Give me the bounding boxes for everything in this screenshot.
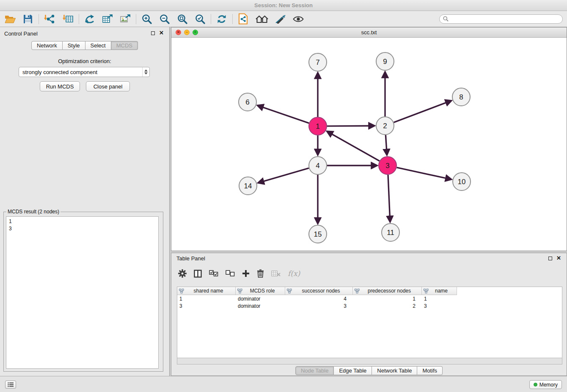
graph-edge[interactable] [397, 168, 447, 179]
tab-motifs[interactable]: Motifs [417, 366, 443, 375]
graph-edge[interactable] [388, 175, 390, 217]
graph-node[interactable]: 7 [309, 53, 327, 71]
close-panel-button[interactable]: Close panel [86, 81, 130, 91]
graph-edge[interactable] [385, 135, 386, 150]
graph-node[interactable]: 8 [452, 88, 470, 106]
table-row[interactable]: 1dominator411 [177, 295, 562, 302]
column-header[interactable]: MCDS role [236, 287, 285, 295]
table-cell[interactable]: 3 [177, 303, 236, 309]
mcds-result-list[interactable]: 1 3 [6, 216, 159, 369]
graph-node[interactable]: 2 [376, 117, 394, 135]
graph-node[interactable]: 4 [309, 157, 327, 174]
minimize-window-icon[interactable]: − [184, 30, 190, 35]
open-folder-icon[interactable] [3, 12, 17, 26]
export-image-glyph [120, 14, 131, 24]
table-cell[interactable]: 1 [177, 296, 236, 302]
search-input[interactable] [451, 16, 559, 22]
close-table-panel-icon[interactable]: ✕ [556, 255, 561, 261]
toolbar-separator [232, 14, 233, 24]
graph-node[interactable]: 3 [379, 157, 396, 174]
export-image-icon[interactable] [118, 12, 132, 26]
zoom-out-glyph [159, 14, 170, 25]
graph-node-label: 11 [387, 229, 394, 237]
graph-node[interactable]: 6 [239, 93, 256, 111]
graph-edge[interactable] [331, 134, 379, 161]
graph-node[interactable]: 9 [376, 52, 394, 70]
optimization-criterion-select[interactable]: strongly connected component [19, 67, 150, 77]
tab-network[interactable]: Network [31, 41, 63, 50]
network-file-icon[interactable] [237, 12, 250, 26]
graph-node[interactable]: 14 [239, 177, 257, 195]
select-all-icon[interactable] [209, 270, 218, 277]
graph-node[interactable]: 1 [309, 117, 327, 135]
graph-edge[interactable] [262, 107, 309, 123]
import-network-icon[interactable] [43, 12, 56, 26]
zoom-selected-icon[interactable] [193, 12, 207, 26]
add-column-icon[interactable] [242, 270, 250, 277]
first-neighbors-icon[interactable] [83, 12, 96, 26]
function-builder-icon[interactable]: f(x) [288, 269, 300, 278]
graph-node[interactable]: 11 [382, 224, 399, 241]
table-cell[interactable]: 3 [285, 303, 353, 309]
graph-node[interactable]: 15 [309, 225, 327, 243]
zoom-out-icon[interactable] [158, 12, 171, 26]
tab-mcds[interactable]: MCDS [111, 41, 138, 50]
table-row[interactable]: 3dominator323 [177, 302, 562, 309]
eye-glyph [293, 15, 304, 23]
gear-icon[interactable] [178, 269, 187, 278]
float-table-panel-icon[interactable] [548, 257, 552, 260]
column-header[interactable]: shared name [177, 287, 236, 295]
table-cell[interactable]: 2 [353, 303, 422, 309]
export-table-icon[interactable] [101, 12, 114, 26]
zoom-window-icon[interactable]: + [193, 30, 198, 35]
show-view-icon[interactable] [292, 12, 305, 26]
save-session-icon[interactable] [21, 12, 35, 26]
table-cell[interactable]: 1 [353, 296, 422, 302]
import-table-icon[interactable] [61, 12, 75, 26]
table-cell[interactable]: 4 [285, 296, 353, 302]
graph-edge[interactable] [263, 168, 309, 182]
column-header[interactable]: name [422, 287, 457, 295]
tab-style[interactable]: Style [63, 41, 85, 50]
graph-edge[interactable] [327, 126, 370, 126]
horizontal-scrollbar[interactable] [177, 358, 562, 364]
table-cell[interactable]: 1 [422, 296, 457, 302]
tab-node-table[interactable]: Node Table [295, 366, 334, 375]
zoom-fit-icon[interactable] [176, 12, 189, 26]
network-canvas[interactable]: 7968124314101511 [171, 38, 567, 251]
table-cell[interactable]: dominator [236, 296, 285, 302]
close-window-icon[interactable]: ✕ [176, 30, 181, 35]
zoom-in-icon[interactable] [140, 12, 154, 26]
home-views-icon[interactable] [255, 12, 269, 26]
table-cell[interactable]: 3 [422, 303, 457, 309]
unselect-all-icon[interactable] [226, 270, 235, 277]
network-graph[interactable]: 7968124314101511 [171, 38, 567, 251]
table-cell[interactable]: dominator [236, 303, 285, 309]
network-window-titlebar[interactable]: ✕ − + scc.txt [171, 28, 567, 38]
float-panel-icon[interactable] [151, 31, 155, 35]
fx-label: f(x) [288, 269, 300, 278]
delete-table-icon[interactable] [271, 270, 281, 277]
network-file-glyph [238, 13, 248, 25]
toolbar-separator [211, 14, 211, 24]
tab-network-table[interactable]: Network Table [372, 366, 417, 375]
task-history-button[interactable] [5, 381, 16, 389]
node-table: shared nameMCDS rolesuccessor nodesprede… [177, 287, 562, 358]
show-columns-icon[interactable] [194, 270, 202, 278]
column-header[interactable]: predecessor nodes [353, 287, 422, 295]
tab-select[interactable]: Select [85, 41, 111, 50]
apply-layout-icon[interactable] [215, 12, 228, 26]
close-panel-icon[interactable]: ✕ [159, 30, 164, 36]
graph-node-label: 2 [383, 122, 387, 130]
delete-column-icon[interactable] [257, 269, 264, 278]
column-header[interactable]: successor nodes [285, 287, 353, 295]
memory-button[interactable]: Memory [529, 380, 562, 389]
search-box[interactable] [439, 14, 563, 24]
graph-node[interactable]: 10 [453, 173, 471, 190]
tab-edge-table[interactable]: Edge Table [334, 366, 372, 375]
optimization-criterion-label: Optimization criterion: [0, 58, 169, 64]
graph-edge[interactable] [394, 102, 447, 123]
window-titlebar[interactable]: Session: New Session [0, 0, 567, 11]
hide-graphics-details-icon[interactable] [274, 12, 287, 26]
run-mcds-button[interactable]: Run MCDS [40, 81, 80, 91]
